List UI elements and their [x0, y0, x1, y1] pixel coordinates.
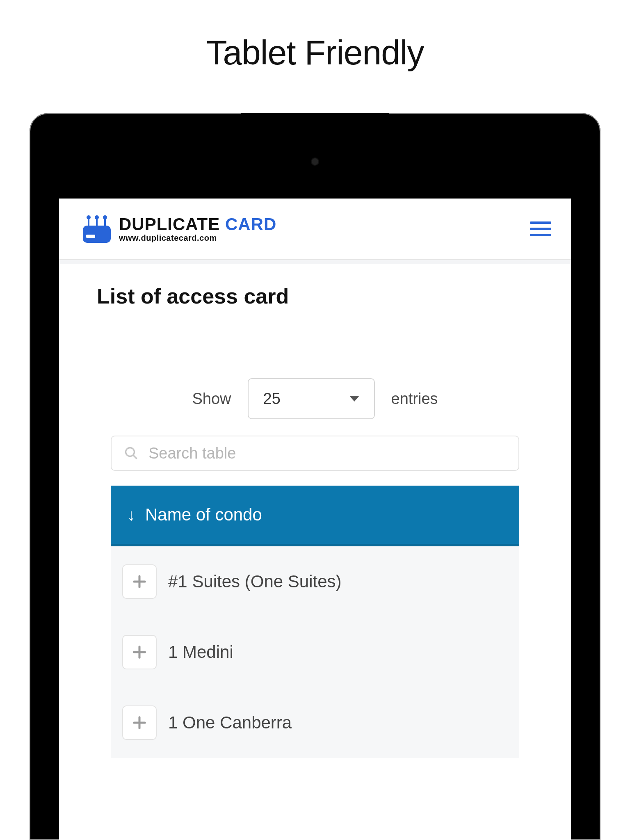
table-body: #1 Suites (One Suites) 1 Medini	[111, 546, 519, 758]
tablet-frame: DUPLICATE CARD www.duplicatecard.com Lis…	[30, 113, 600, 840]
entries-label: entries	[391, 390, 438, 408]
content-area: List of access card Show 25 entries	[59, 264, 571, 840]
row-label: #1 Suites (One Suites)	[168, 572, 342, 591]
logo-subtitle: www.duplicatecard.com	[119, 234, 276, 242]
svg-rect-6	[83, 226, 111, 243]
logo-name-part1: DUPLICATE	[119, 215, 220, 234]
column-header-name[interactable]: ↓ Name of condo	[111, 486, 519, 546]
menu-icon[interactable]	[530, 221, 551, 237]
svg-line-9	[133, 455, 137, 459]
row-label: 1 Medini	[168, 642, 233, 662]
card-logo-icon	[81, 213, 112, 244]
row-label: 1 One Canberra	[168, 713, 292, 733]
app-logo[interactable]: DUPLICATE CARD www.duplicatecard.com	[81, 213, 276, 244]
page-size-value: 25	[263, 390, 281, 408]
column-header-label: Name of condo	[145, 505, 262, 525]
tablet-notch	[241, 113, 389, 125]
logo-text: DUPLICATE CARD www.duplicatecard.com	[119, 215, 276, 242]
expand-button[interactable]	[122, 705, 157, 740]
expand-button[interactable]	[122, 564, 157, 599]
svg-point-8	[126, 448, 135, 457]
chevron-down-icon	[349, 396, 359, 402]
search-input[interactable]	[111, 436, 519, 471]
data-table: ↓ Name of condo #1 Suites (One Suites)	[111, 486, 519, 758]
search-icon	[124, 446, 139, 461]
table-row: #1 Suites (One Suites)	[111, 546, 519, 617]
table-row: 1 One Canberra	[111, 687, 519, 758]
pagination-controls: Show 25 entries	[59, 378, 571, 419]
table-row: 1 Medini	[111, 617, 519, 687]
show-label: Show	[192, 390, 231, 408]
logo-name-part2: CARD	[225, 215, 276, 234]
svg-rect-7	[86, 235, 95, 238]
tablet-camera	[312, 158, 318, 165]
page-heading: List of access card	[59, 284, 571, 308]
app-screen: DUPLICATE CARD www.duplicatecard.com Lis…	[59, 199, 571, 840]
sort-desc-icon: ↓	[127, 507, 135, 523]
promo-title: Tablet Friendly	[0, 0, 630, 73]
search-container	[111, 436, 519, 471]
app-header: DUPLICATE CARD www.duplicatecard.com	[59, 199, 571, 260]
page-size-select[interactable]: 25	[248, 378, 375, 419]
expand-button[interactable]	[122, 635, 157, 669]
